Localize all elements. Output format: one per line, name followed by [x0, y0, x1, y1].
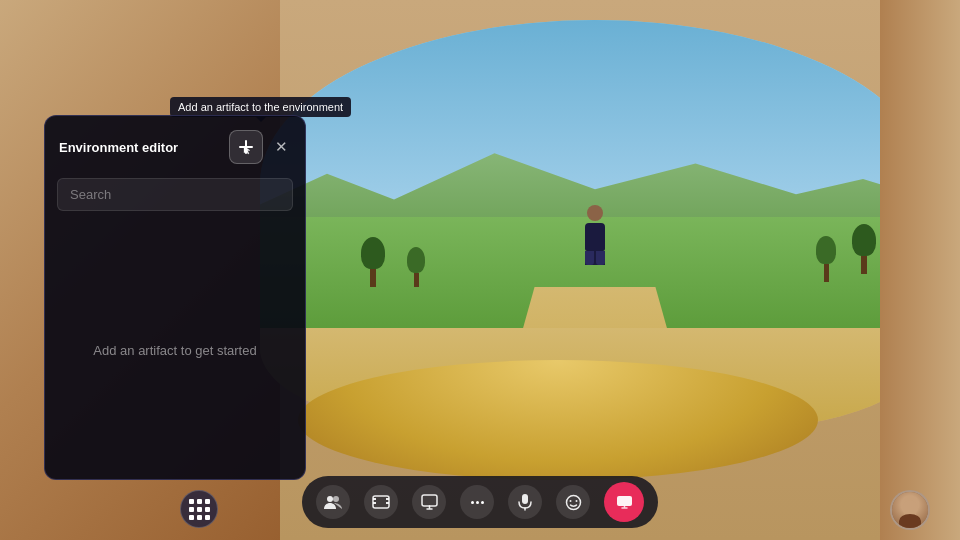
tree-4 [816, 236, 836, 282]
svg-rect-3 [373, 498, 376, 500]
svg-rect-6 [386, 502, 389, 504]
tree-2 [407, 247, 425, 287]
svg-point-1 [333, 496, 339, 502]
screen-share-button[interactable] [604, 482, 644, 522]
svg-point-9 [566, 495, 580, 509]
cursor-icon [243, 145, 253, 155]
user-avatar-button[interactable] [890, 490, 930, 530]
svg-rect-5 [386, 498, 389, 500]
svg-point-0 [327, 496, 333, 502]
present-icon [421, 494, 438, 510]
more-icon [471, 501, 484, 504]
apps-grid-button[interactable] [180, 490, 218, 528]
people-icon [324, 494, 342, 510]
environment-editor-panel: Environment editor ✕ Add [44, 115, 306, 480]
user-avatar-container [890, 490, 930, 530]
user-avatar [892, 492, 928, 528]
stage-platform [298, 360, 818, 480]
people-button[interactable] [316, 485, 350, 519]
svg-rect-12 [617, 496, 632, 506]
mic-button[interactable] [508, 485, 542, 519]
emoji-icon [565, 494, 582, 511]
right-wall [880, 0, 960, 540]
panel-title: Environment editor [59, 140, 178, 155]
mic-icon [518, 493, 532, 511]
film-button[interactable] [364, 485, 398, 519]
center-toolbar [302, 476, 658, 528]
sky [260, 20, 930, 205]
panel-body: Add an artifact to get started [45, 221, 305, 479]
film-icon [372, 495, 390, 509]
avatar-figure [580, 205, 610, 265]
more-button[interactable] [460, 485, 494, 519]
svg-point-11 [575, 500, 577, 502]
svg-rect-8 [522, 494, 528, 504]
search-container [57, 178, 293, 211]
search-input[interactable] [57, 178, 293, 211]
emoji-button[interactable] [556, 485, 590, 519]
svg-rect-7 [422, 495, 437, 506]
scene-background: Add an artifact to the environment Envir… [0, 0, 960, 540]
svg-point-10 [569, 500, 571, 502]
svg-rect-4 [373, 502, 376, 504]
screen-share-icon [616, 495, 633, 509]
panel-actions: ✕ [229, 130, 291, 164]
tree-3 [852, 224, 876, 274]
tree-1 [361, 237, 385, 287]
apps-button-container [180, 490, 218, 528]
toolbar [0, 480, 960, 540]
close-panel-button[interactable]: ✕ [271, 137, 291, 157]
apps-grid-icon [189, 499, 210, 520]
panel-header: Environment editor ✕ [45, 116, 305, 174]
present-button[interactable] [412, 485, 446, 519]
add-artifact-button[interactable] [229, 130, 263, 164]
empty-state-message: Add an artifact to get started [93, 343, 256, 358]
avatar-body [899, 514, 921, 528]
